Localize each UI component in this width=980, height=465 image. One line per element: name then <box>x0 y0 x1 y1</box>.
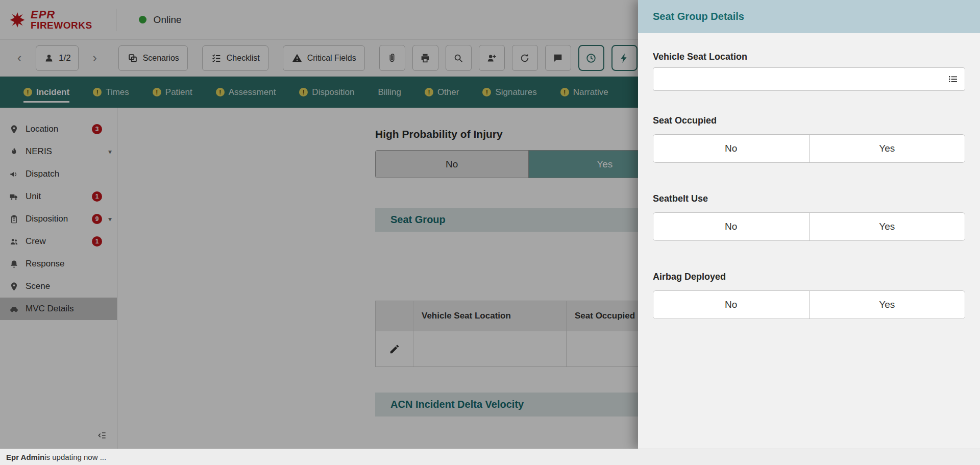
vehicle-seat-location-label: Vehicle Seat Location <box>653 52 965 62</box>
panel-title: Seat Group Details <box>653 11 744 22</box>
seatbelt-use-no-button[interactable]: No <box>653 213 810 240</box>
airbag-deployed-yes-button[interactable]: Yes <box>810 291 965 319</box>
status-message: is updating now ... <box>44 453 106 461</box>
vehicle-seat-location-field-wrap <box>653 67 965 91</box>
panel-header: Seat Group Details <box>638 0 980 33</box>
seat-occupied-button-group: No Yes <box>653 134 965 163</box>
seatbelt-use-yes-button[interactable]: Yes <box>810 213 965 240</box>
airbag-deployed-label: Airbag Deployed <box>653 272 965 282</box>
seat-group-details-panel: Seat Group Details Vehicle Seat Location… <box>638 0 980 449</box>
seat-occupied-no-button[interactable]: No <box>653 135 810 162</box>
app-root: EPR FIREWORKS Online ‹ 1/2 › Scenarios <box>0 0 980 465</box>
airbag-deployed-button-group: No Yes <box>653 290 965 319</box>
seatbelt-use-button-group: No Yes <box>653 212 965 241</box>
vehicle-seat-location-input[interactable] <box>653 67 965 91</box>
seatbelt-use-label: Seatbelt Use <box>653 193 965 204</box>
status-bar: Epr Admin is updating now ... <box>0 449 980 465</box>
list-picker-icon[interactable] <box>947 73 959 85</box>
seat-occupied-label: Seat Occupied <box>653 115 965 126</box>
status-user: Epr Admin <box>6 453 44 461</box>
airbag-deployed-no-button[interactable]: No <box>653 291 810 319</box>
seat-occupied-yes-button[interactable]: Yes <box>810 135 965 162</box>
panel-body: Vehicle Seat Location Seat Occupied No Y… <box>638 52 980 319</box>
